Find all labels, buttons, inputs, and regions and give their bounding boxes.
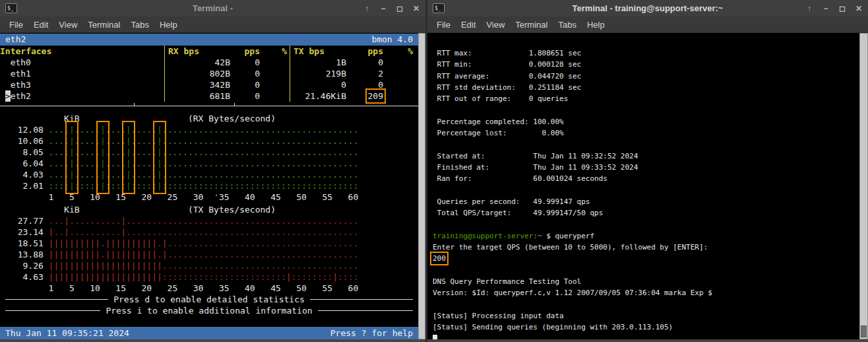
menu-item-view[interactable]: View bbox=[481, 20, 510, 30]
tx-bps-value: 21.46KiB bbox=[290, 90, 346, 102]
menu-item-terminal[interactable]: Terminal bbox=[510, 20, 553, 30]
cursor-line bbox=[433, 333, 859, 339]
tx-pps-value: 2 bbox=[378, 69, 383, 79]
terminal-line: RTT min: 0.000128 sec bbox=[433, 59, 859, 70]
y-tick-label: 18.51 bbox=[7, 238, 49, 249]
close-icon[interactable]: ✕ bbox=[855, 4, 863, 13]
column-header: Interfaces bbox=[0, 46, 165, 57]
column-header: % bbox=[383, 46, 418, 57]
bmon-terminal-screen[interactable]: eth2 bmon 4.0 InterfacesRX bpspps%TX bps… bbox=[0, 33, 425, 339]
titlebar[interactable]: $_ Terminal - ↑ − ◻ ✕ bbox=[0, 0, 425, 17]
selection-cursor bbox=[5, 79, 11, 90]
bmon-version: bmon 4.0 bbox=[371, 34, 413, 46]
tx-pps-value-highlighted: 209 bbox=[368, 91, 383, 101]
interface-row-eth3[interactable]: eth3342B000 bbox=[0, 79, 418, 90]
y-tick-label: 4.03 bbox=[7, 169, 49, 180]
column-header: pps bbox=[230, 46, 260, 57]
separator-line bbox=[0, 106, 418, 106]
terminal-line: Started at: Thu Jan 11 09:32:52 2024 bbox=[433, 151, 859, 162]
highlight-box bbox=[96, 121, 109, 194]
minimize-icon[interactable]: − bbox=[379, 4, 387, 13]
titlebar[interactable]: $_ Terminal - training@support-server:~ … bbox=[427, 0, 868, 17]
rx-pps-value: 0 bbox=[230, 57, 260, 68]
prompt-command: $ queryperf bbox=[542, 232, 594, 240]
bmon-interface-table: InterfacesRX bpspps%TX bpspps% eth042B01… bbox=[0, 46, 418, 102]
selection-cursor bbox=[5, 68, 11, 79]
terminal-line: Total QPS/target: 49.999147/50 qps bbox=[433, 207, 859, 219]
rx-pct-value bbox=[260, 90, 290, 102]
terminal-line bbox=[433, 299, 859, 310]
queryperf-terminal-screen[interactable]: RTT max: 1.808651 sec RTT min: 0.000128 … bbox=[427, 33, 868, 339]
scrollbar-thumb[interactable] bbox=[861, 325, 867, 337]
menu-item-file[interactable]: File bbox=[4, 20, 28, 30]
table-header-row: InterfacesRX bpspps%TX bpspps% bbox=[0, 46, 418, 57]
terminal-line bbox=[433, 185, 859, 196]
highlight-box bbox=[153, 121, 166, 194]
terminal-line: RTT out of range: 0 queries bbox=[433, 93, 859, 104]
y-tick-label: 2.01 bbox=[7, 180, 49, 191]
menu-item-edit[interactable]: Edit bbox=[456, 20, 481, 30]
scrollbar[interactable] bbox=[418, 33, 425, 339]
rx-pct-value bbox=[260, 68, 290, 79]
column-header: TX bps bbox=[290, 46, 346, 57]
terminal-line: RTT max: 1.808651 sec bbox=[433, 48, 859, 59]
selection-cursor: > bbox=[5, 90, 11, 102]
graph-row: 9.26||||||||||||||||||||||..............… bbox=[7, 260, 418, 271]
tx-pct-value bbox=[383, 79, 418, 90]
rx-pct-value bbox=[260, 57, 290, 68]
column-header: pps bbox=[346, 46, 383, 57]
window-controls: ↑ − ◻ ✕ bbox=[805, 4, 863, 13]
terminal-line: RTT average: 0.044720 sec bbox=[433, 71, 859, 82]
shell-prompt-line: training@support-server:~ $ queryperf bbox=[433, 230, 859, 242]
y-tick-label: 6.04 bbox=[7, 158, 49, 169]
menu-item-view[interactable]: View bbox=[53, 20, 82, 30]
menu-item-tabs[interactable]: Tabs bbox=[553, 20, 581, 30]
tx-bps-value: 219B bbox=[290, 68, 346, 79]
maximize-icon[interactable]: ◻ bbox=[396, 4, 404, 13]
highlight-box bbox=[122, 121, 135, 194]
interface-row-eth2[interactable]: >eth2681B021.46KiB209 bbox=[0, 90, 418, 102]
scrollbar[interactable] bbox=[859, 33, 868, 339]
terminal-line bbox=[433, 139, 859, 150]
menu-item-help[interactable]: Help bbox=[154, 20, 183, 30]
rollup-icon[interactable]: ↑ bbox=[363, 4, 371, 13]
rx-pps-value: 0 bbox=[230, 68, 260, 79]
prompt-user-host: training@support-server bbox=[433, 232, 533, 240]
menu-item-edit[interactable]: Edit bbox=[28, 20, 53, 30]
menu-item-tabs[interactable]: Tabs bbox=[125, 20, 154, 30]
terminal-line bbox=[433, 219, 859, 230]
graph-row: 18.51||||||||||.||||||||||.|............… bbox=[7, 238, 418, 249]
interface-row-eth0[interactable]: eth042B01B0 bbox=[0, 57, 418, 68]
terminal-window-queryperf: $_ Terminal - training@support-server:~ … bbox=[427, 0, 868, 342]
terminal-output: RTT max: 1.808651 sec RTT min: 0.000128 … bbox=[427, 33, 859, 339]
tx-pps-value: 0 bbox=[378, 80, 383, 90]
interface-row-eth1[interactable]: eth1802B0219B2 bbox=[0, 68, 418, 79]
close-icon[interactable]: ✕ bbox=[412, 4, 420, 13]
graph-unit-label: KiB bbox=[64, 205, 79, 215]
terminal-line bbox=[433, 265, 859, 276]
terminal-window-bmon: $_ Terminal - ↑ − ◻ ✕ FileEditViewTermin… bbox=[0, 0, 425, 342]
terminal-line: Enter the target QPS (between 10 to 5000… bbox=[433, 242, 859, 253]
bmon-header-bar: eth2 bmon 4.0 bbox=[0, 34, 418, 46]
interface-name: eth2 bbox=[11, 90, 31, 102]
x-axis-labels: 1 5 10 15 20 25 30 35 40 45 50 55 60' bbox=[49, 191, 418, 203]
tx-pps-value: 0 bbox=[378, 57, 383, 67]
menu-item-file[interactable]: File bbox=[431, 20, 456, 30]
terminal-line: Finished at: Thu Jan 11 09:33:52 2024 bbox=[433, 162, 859, 173]
rx-bps-value: 342B bbox=[165, 79, 230, 90]
graph-row: 27.77...|..........|....................… bbox=[7, 215, 418, 226]
minimize-icon[interactable]: − bbox=[822, 4, 830, 13]
terminal-line: Queries per second: 49.999147 qps bbox=[433, 196, 859, 207]
terminal-line: Version: $Id: queryperf.c,v 1.12 2007/09… bbox=[433, 287, 859, 298]
menu-item-help[interactable]: Help bbox=[582, 20, 610, 30]
rollup-icon[interactable]: ↑ bbox=[805, 4, 813, 13]
terminal-line: [Status] Sending queries (beginning with… bbox=[433, 322, 859, 333]
y-tick-label: 4.63 bbox=[7, 271, 49, 283]
terminal-line: 200 bbox=[433, 253, 859, 264]
terminal-line: Percentage lost: 0.00% bbox=[433, 127, 859, 139]
tx-bps-value: 0 bbox=[290, 79, 346, 90]
menu-item-terminal[interactable]: Terminal bbox=[82, 20, 125, 30]
maximize-icon[interactable]: ◻ bbox=[838, 4, 846, 13]
tx-pct-value bbox=[383, 68, 418, 79]
tx-bps-value: 1B bbox=[290, 57, 346, 68]
